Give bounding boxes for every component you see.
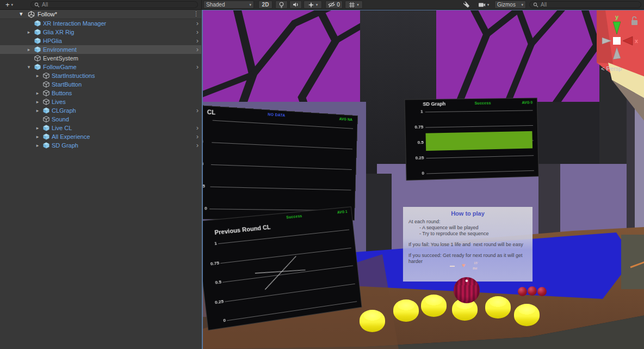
graph-title: SD Graph <box>423 101 445 107</box>
hierarchy-row-environment[interactable]: ▸Environment› <box>0 45 201 54</box>
yellow-button[interactable] <box>514 304 540 326</box>
prefab-open-arrow-icon[interactable]: › <box>196 63 199 71</box>
expander-closed-icon[interactable]: ▸ <box>26 47 32 52</box>
hierarchy-row-live-cl[interactable]: ▸Live CL› <box>0 124 201 132</box>
unlock-icon[interactable] <box>631 17 637 25</box>
yellow-button[interactable] <box>421 295 447 317</box>
hierarchy-row-sd-graph[interactable]: ▸SD Graph› <box>0 141 201 150</box>
hierarchy-row-startinstructions[interactable]: ▸StartInstructions <box>0 71 201 80</box>
hierarchy-row-sound[interactable]: Sound <box>0 115 201 124</box>
prefab-open-arrow-icon[interactable]: › <box>196 36 199 45</box>
scene-name: Follow* <box>38 11 57 17</box>
data-line-round-line-a <box>255 267 306 276</box>
y-axis-tick-label: 0.25 <box>202 183 205 188</box>
grid-visibility-dropdown[interactable]: ▾ <box>345 1 363 9</box>
y-axis-tick-label: 0.75 <box>410 125 424 130</box>
gizmos-dropdown[interactable]: Gizmos ▾ <box>494 1 526 9</box>
expander-closed-icon[interactable]: ▸ <box>35 143 40 148</box>
2d-toggle-button[interactable]: 2D <box>258 1 273 9</box>
lightbulb-icon <box>278 2 284 8</box>
draw-mode-dropdown[interactable]: Shaded ▾ <box>203 1 254 9</box>
striped-sphere[interactable] <box>454 277 480 303</box>
y-axis-cone[interactable] <box>613 22 621 34</box>
prefab-open-arrow-icon[interactable]: › <box>196 124 199 132</box>
prefab-cube-icon <box>43 125 49 131</box>
expander-closed-icon[interactable]: ▸ <box>35 125 40 131</box>
expander-closed-icon[interactable]: ▸ <box>35 108 40 113</box>
hierarchy-rows: XR Interaction Manager›▸Glia XR Rig›HPGl… <box>0 19 201 150</box>
hierarchy-row-lives[interactable]: ▸Lives <box>0 97 201 106</box>
yellow-button[interactable] <box>485 296 511 319</box>
hierarchy-item-label: All Experience <box>52 133 90 140</box>
projection-label[interactable]: < Persp <box>601 65 622 72</box>
hierarchy-row-buttons[interactable]: ▸Buttons <box>0 89 201 97</box>
hierarchy-row-xr-interaction-manager[interactable]: XR Interaction Manager› <box>0 19 201 28</box>
red-sphere[interactable] <box>537 287 547 296</box>
graph-status: Success <box>474 101 491 105</box>
cl-graph-panel: CLNO DATAAVG NA10.750.50.250 <box>202 105 357 220</box>
prefab-cube-icon <box>43 142 49 149</box>
y-axis-gridline <box>210 187 351 191</box>
scene-header-row[interactable]: ▾ Follow* ⋮ <box>0 10 201 19</box>
expander-closed-icon[interactable]: ▸ <box>35 99 40 105</box>
scene-audio-button[interactable] <box>289 1 302 9</box>
hierarchy-item-label: Glia XR Rig <box>43 29 74 35</box>
prefab-cube-icon <box>34 38 41 44</box>
prefab-open-arrow-icon[interactable]: › <box>196 45 199 53</box>
yellow-button[interactable] <box>393 299 419 322</box>
prefab-open-arrow-icon[interactable]: › <box>196 19 199 27</box>
red-sphere[interactable] <box>528 286 537 296</box>
y-axis-tick-label: 0.5 <box>410 140 424 145</box>
scene-lighting-button[interactable] <box>275 1 288 9</box>
prefab-open-arrow-icon[interactable]: › <box>196 106 199 114</box>
expander-closed-icon[interactable]: ▸ <box>35 73 40 78</box>
graph-avg: AVG 0 <box>522 101 532 105</box>
expander-closed-icon[interactable]: ▸ <box>26 29 32 35</box>
expander-open-icon[interactable]: ▾ <box>20 10 23 17</box>
yellow-button[interactable] <box>360 310 385 332</box>
y-axis-gridline <box>426 155 534 158</box>
hierarchy-search-input[interactable]: All <box>30 1 198 8</box>
scene-view[interactable]: CLNO DATAAVG NA10.750.50.250 Previous Ro… <box>202 10 644 349</box>
neg-y-axis-cone[interactable] <box>613 47 621 59</box>
x-axis-cone[interactable] <box>623 36 633 45</box>
x-axis-label: x <box>635 38 639 44</box>
hierarchy-panel: ▾ Follow* ⋮ XR Interaction Manager›▸Glia… <box>0 10 201 349</box>
graph-status: NO DATA <box>268 112 286 117</box>
red-sphere[interactable] <box>518 287 527 296</box>
expander-open-icon[interactable]: ▾ <box>26 64 32 70</box>
y-axis-tick-label: 0 <box>202 206 207 211</box>
hierarchy-row-eventsystem[interactable]: EventSystem <box>0 54 201 63</box>
hierarchy-row-startbutton[interactable]: StartButton <box>0 80 201 89</box>
y-axis-gridline <box>426 170 534 174</box>
hierarchy-row-clgraph[interactable]: ▸CLGraph› <box>0 106 201 115</box>
hierarchy-row-glia-xr-rig[interactable]: ▸Glia XR Rig› <box>0 28 201 36</box>
marker-label-top: 15' <box>474 261 478 265</box>
gameobject-cube-icon <box>43 116 49 123</box>
scene-search-input[interactable]: All <box>529 1 641 8</box>
scene-effects-dropdown[interactable]: ▾ <box>304 1 322 9</box>
hierarchy-row-hpglia[interactable]: HPGlia› <box>0 36 201 45</box>
chevron-down-icon: ▾ <box>249 3 251 7</box>
expander-closed-icon[interactable]: ▸ <box>35 134 40 139</box>
how-to-play-gap <box>403 237 532 242</box>
hierarchy-row-all-experience[interactable]: ▸All Experience› <box>0 132 201 141</box>
speaker-icon <box>293 2 299 8</box>
how-to-play-panel: How to play At each round: - A sequence … <box>403 207 532 281</box>
prefab-open-arrow-icon[interactable]: › <box>196 132 199 140</box>
hierarchy-row-followgame[interactable]: ▾FollowGame› <box>0 63 201 71</box>
expander-closed-icon[interactable]: ▸ <box>35 90 40 96</box>
kebab-menu-icon[interactable]: ⋮ <box>193 10 199 17</box>
gizmo-center-cube[interactable] <box>613 37 621 45</box>
create-object-button[interactable]: + ▾ <box>2 1 17 9</box>
prefab-open-arrow-icon[interactable]: › <box>196 141 199 149</box>
y-axis-tick-label: 0 <box>411 171 424 176</box>
effects-star-icon <box>308 2 314 8</box>
orientation-gizmo[interactable]: y x < Persp <box>591 13 643 76</box>
scene-camera-dropdown[interactable]: ▾ <box>474 1 493 9</box>
scene-visibility-button[interactable]: 0 <box>325 1 343 9</box>
prefab-open-arrow-icon[interactable]: › <box>196 28 199 36</box>
neg-x-axis-cone[interactable] <box>602 38 611 44</box>
component-tools-button[interactable] <box>460 1 473 9</box>
how-to-play-line: If you fail: You lose 1 life and next ro… <box>403 242 532 248</box>
